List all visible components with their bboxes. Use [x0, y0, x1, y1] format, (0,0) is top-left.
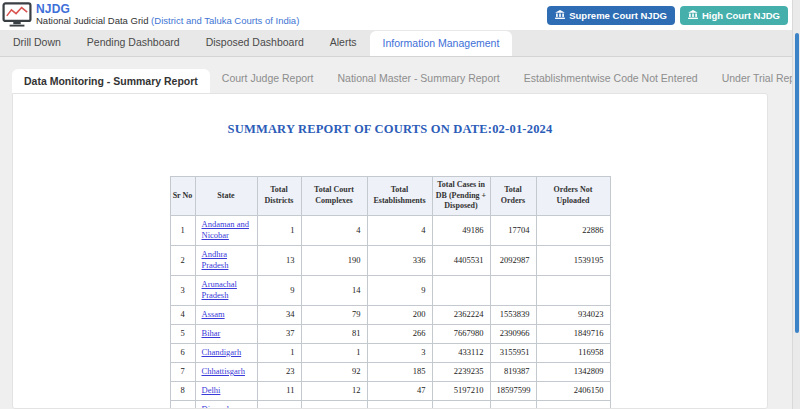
orders-cell: 17704 — [490, 215, 536, 245]
state-cell: Diu and Daman — [195, 400, 257, 409]
main-nav: Drill Down Pending Dashboard Disposed Da… — [0, 30, 800, 57]
col-header-total-districts: Total Districts — [257, 177, 301, 216]
state-cell: Chandigarh — [195, 343, 257, 362]
not-uploaded-cell: 934023 — [536, 305, 610, 324]
summary-report-table: Sr No State Total Districts Total Court … — [170, 176, 611, 409]
table-row: 9Diu and Daman22224867196966149 — [170, 400, 610, 409]
districts-cell: 23 — [257, 362, 301, 381]
bank-icon — [688, 10, 698, 21]
sr-cell: 7 — [170, 362, 195, 381]
not-uploaded-cell: 1342809 — [536, 362, 610, 381]
establishments-cell: 4 — [367, 215, 432, 245]
state-cell: Andhra Pradesh — [195, 245, 257, 275]
districts-cell: 1 — [257, 343, 301, 362]
sr-cell: 3 — [170, 275, 195, 305]
establishments-cell: 266 — [367, 324, 432, 343]
table-row: 3Arunachal Pradesh9149 — [170, 275, 610, 305]
state-cell: Assam — [195, 305, 257, 324]
sub-tab-data-monitoring-summary-report[interactable]: Data Monitoring - Summary Report — [12, 69, 210, 93]
state-link[interactable]: Bihar — [202, 328, 221, 338]
njdg-logo-icon — [2, 2, 32, 31]
state-link[interactable]: Chandigarh — [202, 347, 242, 357]
complexes-cell: 92 — [301, 362, 367, 381]
cases-cell: 433112 — [432, 343, 490, 362]
report-table-body: 1Andaman and Nicobar1444918617704228862A… — [170, 215, 610, 409]
main-tab-drill-down[interactable]: Drill Down — [0, 29, 74, 56]
table-row: 2Andhra Pradesh1319033644055312092987153… — [170, 245, 610, 275]
main-tab-disposed-dashboard[interactable]: Disposed Dashboard — [193, 29, 317, 56]
col-header-sr-no: Sr No — [170, 177, 195, 216]
sr-cell: 5 — [170, 324, 195, 343]
not-uploaded-cell — [536, 275, 610, 305]
vertical-scrollbar-track[interactable] — [792, 0, 800, 409]
districts-cell: 9 — [257, 275, 301, 305]
high-court-njdg-label: High Court NJDG — [702, 10, 780, 21]
cases-cell: 4405531 — [432, 245, 490, 275]
orders-cell: 18597599 — [490, 381, 536, 400]
col-header-total-cases-in-db: Total Cases in DB (Pending + Disposed) — [432, 177, 490, 216]
state-link[interactable]: Delhi — [202, 385, 221, 395]
complexes-cell: 14 — [301, 275, 367, 305]
state-link[interactable]: Diu and Daman — [202, 404, 229, 409]
brand-block: NJDG National Judicial Data Grid (Distri… — [36, 3, 299, 28]
orders-cell: 2092987 — [490, 245, 536, 275]
state-link[interactable]: Chhattisgarh — [202, 366, 245, 376]
sub-tab-court-judge-report[interactable]: Court Judge Report — [210, 63, 326, 93]
table-row: 8Delhi1112475197210185975992406150 — [170, 381, 610, 400]
sr-cell: 1 — [170, 215, 195, 245]
orders-cell: 1553839 — [490, 305, 536, 324]
col-header-total-court-complexes: Total Court Complexes — [301, 177, 367, 216]
establishments-cell: 2 — [367, 400, 432, 409]
table-row: 1Andaman and Nicobar144491861770422886 — [170, 215, 610, 245]
bank-icon — [555, 10, 565, 21]
cases-cell: 7667980 — [432, 324, 490, 343]
districts-cell: 13 — [257, 245, 301, 275]
supreme-court-njdg-button[interactable]: Supreme Court NJDG — [547, 6, 675, 25]
complexes-cell: 12 — [301, 381, 367, 400]
not-uploaded-cell: 6149 — [536, 400, 610, 409]
main-tab-information-management[interactable]: Information Management — [370, 31, 513, 56]
sr-cell: 2 — [170, 245, 195, 275]
cases-cell: 2239235 — [432, 362, 490, 381]
establishments-cell: 3 — [367, 343, 432, 362]
complexes-cell: 1 — [301, 343, 367, 362]
not-uploaded-cell: 1539195 — [536, 245, 610, 275]
cases-cell — [432, 275, 490, 305]
sr-cell: 6 — [170, 343, 195, 362]
table-row: 6Chandigarh1134331123155951116958 — [170, 343, 610, 362]
cases-cell: 2362224 — [432, 305, 490, 324]
orders-cell: 819387 — [490, 362, 536, 381]
state-link[interactable]: Andaman and Nicobar — [202, 219, 249, 240]
sub-tab-establishmentwise-code-not-entered[interactable]: Establishmentwise Code Not Entered — [512, 63, 710, 93]
col-header-state: State — [195, 177, 257, 216]
establishments-cell: 185 — [367, 362, 432, 381]
sr-cell: 9 — [170, 400, 195, 409]
districts-cell: 1 — [257, 215, 301, 245]
table-row: 4Assam347920023622241553839934023 — [170, 305, 610, 324]
districts-cell: 2 — [257, 400, 301, 409]
app-title[interactable]: NJDG — [36, 3, 299, 17]
state-link[interactable]: Assam — [202, 309, 225, 319]
vertical-scrollbar-thumb[interactable] — [795, 33, 799, 333]
main-tab-alerts[interactable]: Alerts — [317, 29, 370, 56]
main-tab-pending-dashboard[interactable]: Pending Dashboard — [74, 29, 193, 56]
state-link[interactable]: Andhra Pradesh — [202, 249, 229, 270]
cases-cell: 49186 — [432, 215, 490, 245]
col-header-orders-not-uploaded: Orders Not Uploaded — [536, 177, 610, 216]
table-row: 5Bihar3781266766798023909661849716 — [170, 324, 610, 343]
state-link[interactable]: Arunachal Pradesh — [202, 279, 237, 300]
complexes-cell: 4 — [301, 215, 367, 245]
complexes-cell: 79 — [301, 305, 367, 324]
sub-tab-under-trial-report[interactable]: Under Trial Report — [710, 63, 800, 93]
sub-tab-national-master-summary-report[interactable]: National Master - Summary Report — [326, 63, 512, 93]
state-cell: Bihar — [195, 324, 257, 343]
sub-tab-bar: Data Monitoring - Summary Report Court J… — [12, 63, 800, 93]
not-uploaded-cell: 2406150 — [536, 381, 610, 400]
high-court-njdg-button[interactable]: High Court NJDG — [680, 6, 788, 25]
report-title: SUMMARY REPORT OF COURTS ON DATE:02-01-2… — [13, 122, 767, 137]
cases-cell: 5197210 — [432, 381, 490, 400]
establishments-cell: 9 — [367, 275, 432, 305]
not-uploaded-cell: 22886 — [536, 215, 610, 245]
not-uploaded-cell: 116958 — [536, 343, 610, 362]
orders-cell: 19696 — [490, 400, 536, 409]
